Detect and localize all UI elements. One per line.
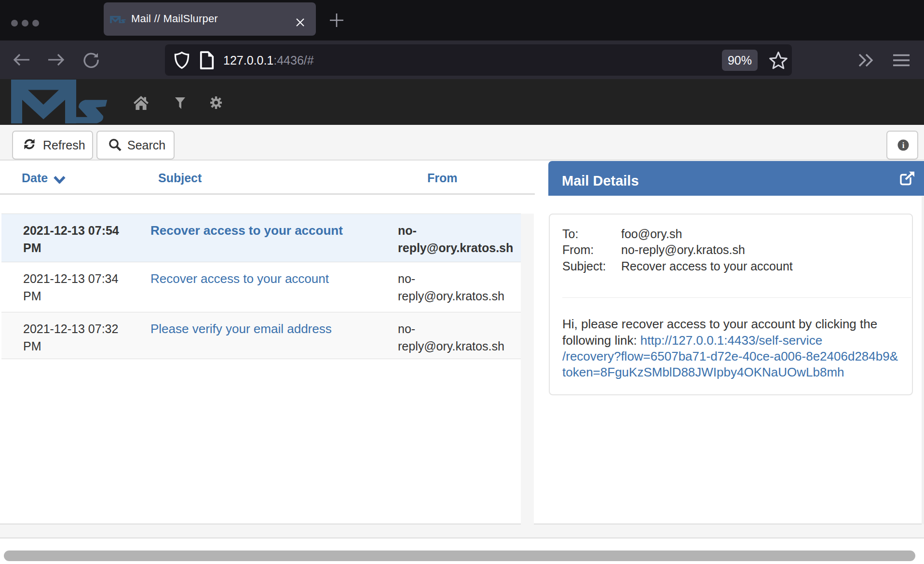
svg-text:i: i [902, 141, 905, 150]
